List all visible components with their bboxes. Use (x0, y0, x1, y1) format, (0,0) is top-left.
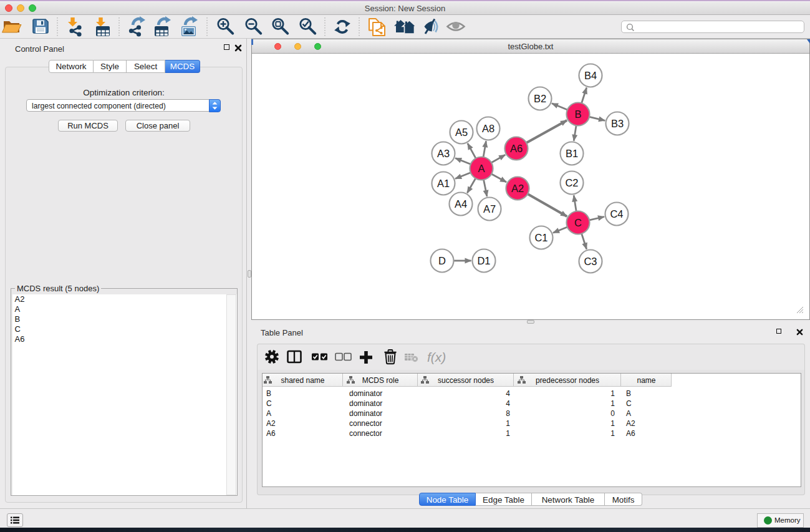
svg-text:A8: A8 (482, 123, 494, 134)
svg-text:1: 1 (610, 419, 615, 428)
svg-text:dominator: dominator (349, 409, 382, 418)
svg-text:successor nodes: successor nodes (438, 376, 494, 385)
svg-text:predecessor nodes: predecessor nodes (536, 376, 599, 385)
svg-text:1: 1 (610, 399, 615, 408)
svg-text:B: B (574, 109, 581, 120)
svg-text:shared name: shared name (281, 376, 324, 385)
svg-text:B: B (626, 389, 631, 398)
svg-text:C: C (626, 399, 632, 408)
svg-text:A6: A6 (626, 429, 635, 438)
svg-text:A2: A2 (511, 183, 524, 194)
svg-text:A2: A2 (266, 419, 276, 428)
svg-text:C: C (574, 217, 582, 228)
svg-text:A1: A1 (437, 178, 450, 189)
svg-text:4: 4 (506, 399, 510, 408)
svg-text:1: 1 (610, 429, 615, 438)
svg-text:A2: A2 (626, 419, 635, 428)
svg-text:B1: B1 (566, 148, 578, 159)
svg-text:B4: B4 (584, 70, 597, 81)
svg-text:D: D (438, 255, 446, 266)
svg-text:A: A (266, 409, 271, 418)
svg-text:connector: connector (349, 429, 382, 438)
svg-text:1: 1 (610, 389, 615, 398)
svg-text:A7: A7 (483, 203, 496, 215)
svg-text:B: B (266, 389, 271, 398)
svg-text:A3: A3 (437, 148, 450, 159)
svg-text:C4: C4 (610, 208, 623, 220)
svg-text:1: 1 (506, 419, 510, 428)
svg-text:C2: C2 (565, 177, 578, 188)
svg-text:8: 8 (506, 409, 510, 418)
svg-text:connector: connector (349, 419, 382, 428)
svg-text:C1: C1 (534, 232, 547, 243)
svg-text:A5: A5 (455, 127, 468, 138)
svg-text:dominator: dominator (349, 389, 382, 398)
svg-text:B2: B2 (534, 93, 546, 104)
svg-text:A6: A6 (266, 429, 276, 438)
svg-text:C: C (266, 399, 272, 408)
svg-text:0: 0 (610, 409, 615, 418)
svg-text:MCDS role: MCDS role (362, 376, 399, 385)
svg-text:1: 1 (506, 429, 510, 438)
svg-text:C3: C3 (584, 256, 597, 267)
svg-text:D1: D1 (477, 255, 490, 266)
svg-text:f(x): f(x) (427, 350, 446, 364)
svg-text:dominator: dominator (349, 399, 382, 408)
svg-text:4: 4 (506, 389, 510, 398)
svg-text:A4: A4 (455, 198, 467, 210)
svg-text:A: A (626, 409, 631, 418)
svg-text:A: A (478, 163, 485, 174)
svg-text:B3: B3 (611, 118, 624, 129)
svg-text:name: name (637, 376, 655, 385)
svg-text:A6: A6 (510, 143, 523, 154)
